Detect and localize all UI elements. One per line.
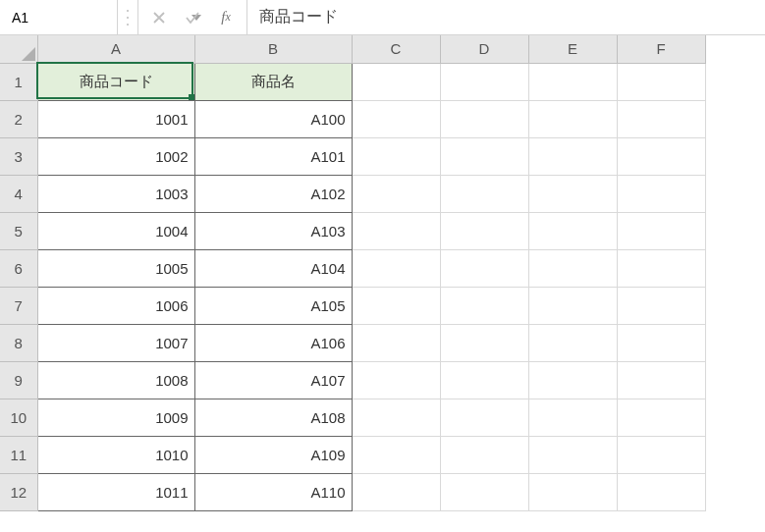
cell-D9[interactable] xyxy=(440,361,528,399)
cell-F10[interactable] xyxy=(617,399,705,436)
cell-A8[interactable]: 1007 xyxy=(37,324,194,361)
cancel-icon[interactable] xyxy=(150,9,168,27)
cell-E1[interactable] xyxy=(528,63,617,100)
row-header-6[interactable]: 6 xyxy=(0,249,37,287)
cell-E6[interactable] xyxy=(528,249,617,287)
cell-D4[interactable] xyxy=(440,175,528,212)
column-header-C[interactable]: C xyxy=(352,35,440,63)
cell-D1[interactable] xyxy=(440,63,528,100)
cell-A10[interactable]: 1009 xyxy=(37,399,194,436)
cell-E2[interactable] xyxy=(528,100,617,137)
cell-B6[interactable]: A104 xyxy=(194,249,352,287)
cell-A6[interactable]: 1005 xyxy=(37,249,194,287)
row-header-1[interactable]: 1 xyxy=(0,63,37,100)
cell-A2[interactable]: 1001 xyxy=(37,100,194,137)
cell-E12[interactable] xyxy=(528,473,617,510)
cell-C6[interactable] xyxy=(352,249,440,287)
column-header-F[interactable]: F xyxy=(617,35,705,63)
row-header-7[interactable]: 7 xyxy=(0,287,37,324)
cell-E7[interactable] xyxy=(528,287,617,324)
cell-A7[interactable]: 1006 xyxy=(37,287,194,324)
cell-F5[interactable] xyxy=(617,212,705,249)
cell-C12[interactable] xyxy=(352,473,440,510)
cell-D6[interactable] xyxy=(440,249,528,287)
cell-D2[interactable] xyxy=(440,100,528,137)
column-header-D[interactable]: D xyxy=(440,35,528,63)
column-header-E[interactable]: E xyxy=(528,35,617,63)
cell-F7[interactable] xyxy=(617,287,705,324)
cell-B11[interactable]: A109 xyxy=(194,436,352,473)
cell-C11[interactable] xyxy=(352,436,440,473)
formula-bar-buttons: fx xyxy=(138,0,247,34)
row-header-9[interactable]: 9 xyxy=(0,361,37,399)
column-header-B[interactable]: B xyxy=(194,35,352,63)
row-header-4[interactable]: 4 xyxy=(0,175,37,212)
cell-F1[interactable] xyxy=(617,63,705,100)
cell-D3[interactable] xyxy=(440,137,528,175)
row-header-10[interactable]: 10 xyxy=(0,399,37,436)
cell-E3[interactable] xyxy=(528,137,617,175)
cell-C2[interactable] xyxy=(352,100,440,137)
cell-C5[interactable] xyxy=(352,212,440,249)
cell-B2[interactable]: A100 xyxy=(194,100,352,137)
cell-F8[interactable] xyxy=(617,324,705,361)
cell-A9[interactable]: 1008 xyxy=(37,361,194,399)
cell-B12[interactable]: A110 xyxy=(194,473,352,510)
column-header-A[interactable]: A xyxy=(37,35,194,63)
cell-B8[interactable]: A106 xyxy=(194,324,352,361)
cell-F6[interactable] xyxy=(617,249,705,287)
cell-C1[interactable] xyxy=(352,63,440,100)
cell-F12[interactable] xyxy=(617,473,705,510)
cell-B5[interactable]: A103 xyxy=(194,212,352,249)
name-box-wrapper xyxy=(0,0,118,34)
cell-F2[interactable] xyxy=(617,100,705,137)
row-header-8[interactable]: 8 xyxy=(0,324,37,361)
cell-D8[interactable] xyxy=(440,324,528,361)
cell-F4[interactable] xyxy=(617,175,705,212)
cell-A5[interactable]: 1004 xyxy=(37,212,194,249)
row-header-3[interactable]: 3 xyxy=(0,137,37,175)
cell-E4[interactable] xyxy=(528,175,617,212)
cell-C3[interactable] xyxy=(352,137,440,175)
cell-D12[interactable] xyxy=(440,473,528,510)
formula-input[interactable]: 商品コード xyxy=(247,0,765,34)
cell-A1[interactable]: 商品コード xyxy=(37,63,194,100)
cell-E5[interactable] xyxy=(528,212,617,249)
cell-E9[interactable] xyxy=(528,361,617,399)
cell-C9[interactable] xyxy=(352,361,440,399)
cell-B9[interactable]: A107 xyxy=(194,361,352,399)
cell-A3[interactable]: 1002 xyxy=(37,137,194,175)
cell-E8[interactable] xyxy=(528,324,617,361)
row-header-11[interactable]: 11 xyxy=(0,436,37,473)
cell-B3[interactable]: A101 xyxy=(194,137,352,175)
cell-C7[interactable] xyxy=(352,287,440,324)
select-all-corner[interactable] xyxy=(0,35,37,63)
cell-E10[interactable] xyxy=(528,399,617,436)
cell-F11[interactable] xyxy=(617,436,705,473)
spreadsheet-grid: A B C D E F 1 商品コード 商品名 2 1001 A100 xyxy=(0,35,765,511)
cell-E11[interactable] xyxy=(528,436,617,473)
formula-bar-grip xyxy=(118,0,138,34)
enter-icon[interactable] xyxy=(184,9,201,27)
cell-C8[interactable] xyxy=(352,324,440,361)
cell-B10[interactable]: A108 xyxy=(194,399,352,436)
cell-F3[interactable] xyxy=(617,137,705,175)
cell-D10[interactable] xyxy=(440,399,528,436)
row-header-5[interactable]: 5 xyxy=(0,212,37,249)
cell-A12[interactable]: 1011 xyxy=(37,473,194,510)
cell-F9[interactable] xyxy=(617,361,705,399)
cell-D11[interactable] xyxy=(440,436,528,473)
cell-C4[interactable] xyxy=(352,175,440,212)
row-header-2[interactable]: 2 xyxy=(0,100,37,137)
cell-C10[interactable] xyxy=(352,399,440,436)
row-header-12[interactable]: 12 xyxy=(0,473,37,510)
cell-B1[interactable]: 商品名 xyxy=(194,63,352,100)
formula-bar: fx 商品コード xyxy=(0,0,765,35)
cell-A4[interactable]: 1003 xyxy=(37,175,194,212)
cell-B7[interactable]: A105 xyxy=(194,287,352,324)
cell-D7[interactable] xyxy=(440,287,528,324)
insert-function-icon[interactable]: fx xyxy=(217,9,235,27)
cell-B4[interactable]: A102 xyxy=(194,175,352,212)
cell-A11[interactable]: 1010 xyxy=(37,436,194,473)
cell-D5[interactable] xyxy=(440,212,528,249)
